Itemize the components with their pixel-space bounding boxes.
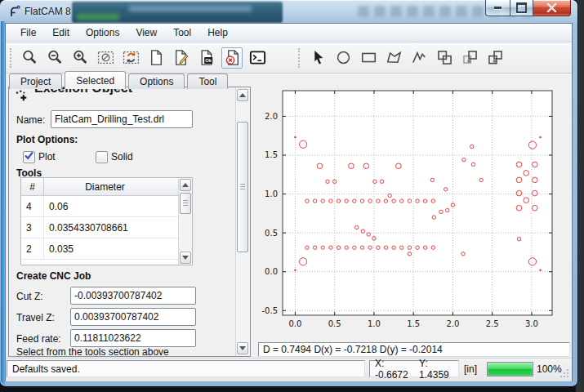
plot-canvas[interactable]: 0.00.51.01.52.02.53.0-0.50.00.51.01.52.0 xyxy=(257,75,569,339)
minimize-button[interactable] xyxy=(485,0,510,16)
excellon-scatter-plot[interactable]: 0.00.51.01.52.02.53.0-0.50.00.51.01.52.0 xyxy=(257,75,569,339)
background-window-blur xyxy=(72,2,283,23)
travel-z-input[interactable] xyxy=(70,308,196,326)
menu-tool[interactable]: Tool xyxy=(165,24,199,41)
rectangle-tool-icon xyxy=(360,49,377,66)
close-icon xyxy=(546,3,557,12)
scrollbar-thumb[interactable] xyxy=(237,122,248,252)
plot-checkbox[interactable] xyxy=(23,151,35,163)
minimize-icon xyxy=(494,7,502,9)
shell-button[interactable] xyxy=(247,47,268,69)
svg-text:1.0: 1.0 xyxy=(265,189,278,198)
svg-text:Ok: Ok xyxy=(205,58,212,63)
menu-edit[interactable]: Edit xyxy=(44,24,78,41)
application-window: FlatCAM 8 File Edit Options View Tool He… xyxy=(0,0,577,386)
tab-project[interactable]: Project xyxy=(9,74,62,89)
plot-toolbar-group: Ok xyxy=(6,46,272,70)
edit-object-button[interactable] xyxy=(171,47,192,69)
status-message: Defaults saved. xyxy=(12,363,80,375)
toolbar-drag-handle[interactable] xyxy=(10,48,14,68)
scroll-down-button[interactable] xyxy=(237,342,248,354)
copy-objects-icon xyxy=(436,49,453,66)
svg-text:2.0: 2.0 xyxy=(446,319,459,328)
measurement-readout: D = 0.7494 D(x) = -0.7218 D(y) = -0.2014 xyxy=(258,342,570,357)
circle-tool-button[interactable] xyxy=(332,47,354,69)
duplicate-objects-button[interactable] xyxy=(459,47,480,69)
move-objects-button[interactable] xyxy=(484,47,506,69)
tool-diameter: 0.035 xyxy=(44,238,166,259)
tab-selected[interactable]: Selected xyxy=(65,71,126,89)
scroll-down-button[interactable] xyxy=(180,252,191,264)
svg-text:-0.5: -0.5 xyxy=(261,306,278,315)
draw-toolbar-group xyxy=(294,46,510,70)
clear-plot-icon xyxy=(97,49,114,66)
arrow-up-icon xyxy=(239,93,246,97)
cut-z-input[interactable] xyxy=(70,287,196,305)
table-row[interactable]: 4 0.06 xyxy=(21,196,192,217)
plot-checkbox-label[interactable]: Plot xyxy=(38,151,56,163)
svg-text:0.5: 0.5 xyxy=(328,319,341,328)
tool-number: 3 xyxy=(21,217,44,238)
column-header-diameter[interactable]: Diameter xyxy=(44,178,166,195)
svg-text:2.5: 2.5 xyxy=(486,319,499,328)
table-row[interactable]: 2 0.035 xyxy=(21,238,192,260)
scrollbar-thumb[interactable] xyxy=(180,193,191,214)
polygon-tool-button[interactable] xyxy=(383,47,404,69)
name-input[interactable] xyxy=(51,110,193,128)
solid-checkbox-label[interactable]: Solid xyxy=(111,151,133,163)
zoom-out-button[interactable] xyxy=(44,47,65,69)
solid-checkbox[interactable] xyxy=(96,151,108,163)
edit-object-icon xyxy=(173,49,190,66)
table-scrollbar[interactable] xyxy=(178,178,192,265)
close-button[interactable] xyxy=(533,0,571,16)
copy-objects-button[interactable] xyxy=(434,47,455,69)
svg-text:1.0: 1.0 xyxy=(368,319,381,328)
svg-text:1.5: 1.5 xyxy=(265,150,278,159)
tab-bar: Project Selected Options Tool xyxy=(9,72,230,89)
scroll-up-button[interactable] xyxy=(237,89,248,101)
delete-object-button[interactable] xyxy=(221,47,243,69)
tool-number: 2 xyxy=(21,238,44,259)
column-header-number[interactable]: # xyxy=(21,178,44,195)
panel-scrollbar[interactable] xyxy=(235,87,250,356)
rectangle-tool-button[interactable] xyxy=(358,47,379,69)
client-area: File Edit Options View Tool Help xyxy=(6,24,572,381)
replot-icon xyxy=(123,49,140,66)
polyline-tool-button[interactable] xyxy=(408,47,430,69)
plot-options-label: Plot Options: xyxy=(16,134,78,145)
zoom-in-button[interactable] xyxy=(69,47,91,69)
cursor-coordinates-box: X: -0.6672 Y: 1.4359 xyxy=(369,360,459,377)
pointer-tool-button[interactable] xyxy=(307,47,328,69)
save-ok-button[interactable]: Ok xyxy=(196,47,217,69)
svg-text:2.0: 2.0 xyxy=(265,112,278,121)
menu-view[interactable]: View xyxy=(127,24,165,41)
replot-button[interactable] xyxy=(120,47,141,69)
scroll-up-button[interactable] xyxy=(180,179,191,191)
menu-bar: File Edit Options View Tool Help xyxy=(6,24,572,42)
svg-text:3.0: 3.0 xyxy=(525,319,538,328)
tool-diameter: 0.06 xyxy=(44,196,166,216)
title-bar[interactable]: FlatCAM 8 xyxy=(0,0,577,24)
resize-grip[interactable] xyxy=(559,368,569,378)
tool-number: 4 xyxy=(21,196,44,216)
zoom-fit-button[interactable] xyxy=(19,47,40,69)
shell-icon xyxy=(249,49,266,66)
menu-help[interactable]: Help xyxy=(199,24,236,41)
progress-bar xyxy=(487,362,533,376)
feed-rate-input[interactable] xyxy=(70,329,196,347)
table-row[interactable]: 3 0.0354330708661 xyxy=(21,217,192,238)
tools-table[interactable]: # Diameter 4 0.06 3 0.0354330708661 2 0.… xyxy=(20,177,193,265)
maximize-button[interactable] xyxy=(510,0,533,16)
flatcam-logo-icon xyxy=(7,4,22,19)
move-objects-icon xyxy=(487,49,504,66)
clear-plot-button[interactable] xyxy=(95,47,116,69)
new-project-button[interactable] xyxy=(145,47,167,69)
tab-tool[interactable]: Tool xyxy=(187,74,228,89)
tab-options[interactable]: Options xyxy=(128,74,185,89)
travel-z-label: Travel Z: xyxy=(16,312,55,323)
menu-file[interactable]: File xyxy=(12,24,44,41)
toolbar: Ok xyxy=(6,42,572,74)
toolbar-drag-handle[interactable] xyxy=(298,48,302,68)
menu-options[interactable]: Options xyxy=(78,24,127,41)
tool-diameter: 0.0354330708661 xyxy=(44,217,166,238)
